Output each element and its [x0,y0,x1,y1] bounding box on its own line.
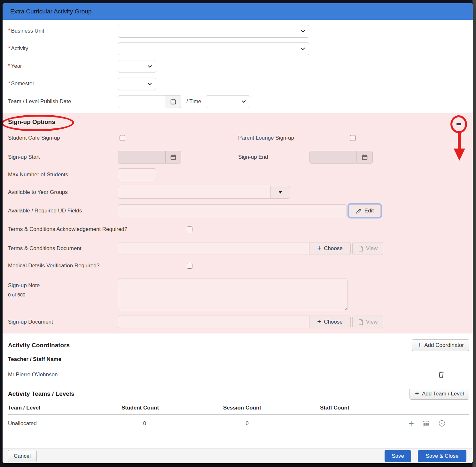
year-groups-dropdown-button[interactable] [271,186,290,199]
add-coordinator-button[interactable]: + Add Coordinator [412,339,469,351]
tc-document-input[interactable] [118,242,309,255]
medical-label: Medical Details Verification Required? [8,263,99,269]
edit-button-label: Edit [364,208,374,214]
minus-icon [456,123,461,125]
dropdown-arrow-icon [278,191,282,194]
choose-button-label: Choose [324,319,343,325]
manage-students-button[interactable] [422,420,430,427]
plus-icon: + [317,318,321,325]
tc-document-label: Terms & Conditions Document [8,245,82,252]
sessions-schedule-button[interactable] [438,420,446,427]
publish-time-select[interactable] [206,95,250,108]
col-session-count: Session Count [223,405,320,411]
medical-checkbox[interactable] [187,263,192,269]
signup-end-input [309,151,357,164]
coordinator-row: Mr Pierre O'Johnson [8,366,469,379]
signup-note-row: Sign-up Note 0 of 500 [8,279,469,311]
note-char-counter: 0 of 500 [8,292,25,297]
max-students-input[interactable] [118,168,156,181]
activity-teams-section: Activity Teams / Levels + Add Team / Lev… [3,379,473,433]
required-marker: * [8,80,10,87]
signup-options-section: Sign-up Options Student Cafe Sign-up Par… [3,113,473,333]
student-cafe-checkbox[interactable] [120,135,125,141]
signup-end-label: Sign-up End [238,154,268,160]
signup-end-calendar-button[interactable] [357,151,373,164]
coordinators-column-header: Teacher / Staff Name [8,356,469,366]
tc-ack-checkbox[interactable] [187,226,192,232]
signup-start-label: Sign-up Start [8,154,40,160]
cancel-button[interactable]: Cancel [8,450,37,462]
dialog-title: Extra Curricular Activity Group [3,3,473,20]
ud-fields-edit-button[interactable]: Edit [349,204,381,217]
collapse-section-button[interactable] [456,123,461,125]
people-icon [422,420,430,427]
business-unit-select[interactable] [118,25,309,38]
red-arrow-annotation [452,133,466,161]
save-and-close-button[interactable]: Save & Close [418,450,466,462]
tc-ack-label: Terms & Conditions Acknowledgement Requi… [8,226,127,232]
business-unit-label: Business Unit [11,28,44,34]
choose-button-label: Choose [324,245,343,252]
red-circle-annotation [450,115,467,133]
year-groups-input[interactable] [118,186,271,199]
year-select[interactable] [118,60,156,73]
signup-document-input[interactable] [118,316,309,328]
signup-note-label: Sign-up Note [8,282,40,289]
view-button-label: View [366,245,378,252]
plus-icon: + [408,420,414,427]
chevron-down-icon [301,46,305,50]
year-groups-label: Available to Year Groups [8,189,68,195]
publish-date-label: Team / Level Publish Date [8,98,71,105]
parent-lounge-checkbox[interactable] [350,135,356,141]
activity-coordinators-section: Activity Coordinators + Add Coordinator … [3,333,473,379]
signup-note-textarea[interactable] [118,279,347,311]
required-marker: * [8,27,10,34]
coordinator-name: Mr Pierre O'Johnson [8,371,438,378]
student-cafe-label: Student Cafe Sign-up [8,135,60,141]
semester-label: Semester [11,80,34,87]
extra-curricular-activity-group-dialog: Extra Curricular Activity Group * Busine… [3,3,473,463]
ud-fields-label: Available / Required UD Fields [8,208,82,214]
publish-date-calendar-button[interactable] [165,95,181,108]
signup-options-heading: Sign-up Options [8,118,469,126]
signup-document-choose-button[interactable]: + Choose [309,316,351,328]
signup-document-view-button[interactable]: View [352,316,383,328]
signup-start-calendar-button[interactable] [165,151,181,164]
chevron-down-icon [148,81,152,85]
tc-document-view-button[interactable]: View [352,242,383,255]
business-unit-row: * Business Unit [3,25,473,38]
cafe-parent-row: Student Cafe Sign-up Parent Lounge Sign-… [8,134,469,142]
activity-row: * Activity [3,42,473,55]
add-session-button[interactable]: + [408,420,414,427]
semester-select[interactable] [118,78,156,90]
col-staff-count: Staff Count [320,405,469,411]
team-name: Unallocated [8,420,121,427]
col-student-count: Student Count [121,405,223,411]
chevron-down-icon [301,28,305,33]
add-coordinator-label: Add Coordinator [424,342,464,348]
calendar-icon [170,98,176,105]
top-form: * Business Unit * Activity * Year [3,20,473,108]
team-session-count: 0 [223,420,320,427]
plus-icon: + [415,390,419,397]
trash-icon [438,371,444,378]
ud-fields-input[interactable] [118,204,347,217]
ud-fields-row: Available / Required UD Fields Edit [8,204,469,218]
team-row: Unallocated 0 0 + [8,415,469,433]
delete-coordinator-button[interactable] [438,371,444,378]
tc-document-choose-button[interactable]: + Choose [309,242,351,255]
pencil-icon [356,208,362,214]
team-student-count: 0 [121,420,223,427]
publish-date-input[interactable] [118,95,165,108]
publish-date-row: Team / Level Publish Date / Time [3,95,473,108]
required-marker: * [8,62,10,69]
signup-dates-row: Sign-up Start Sign-up End [8,151,469,164]
document-icon [358,319,363,325]
col-team-level: Team / Level [8,405,121,411]
activity-select[interactable] [118,42,309,55]
required-marker: * [8,45,10,52]
signup-document-label: Sign-up Document [8,319,53,325]
add-team-level-button[interactable]: + Add Team / Level [410,388,469,400]
tc-document-row: Terms & Conditions Document + Choose Vie… [8,242,469,255]
save-button[interactable]: Save [385,450,411,462]
